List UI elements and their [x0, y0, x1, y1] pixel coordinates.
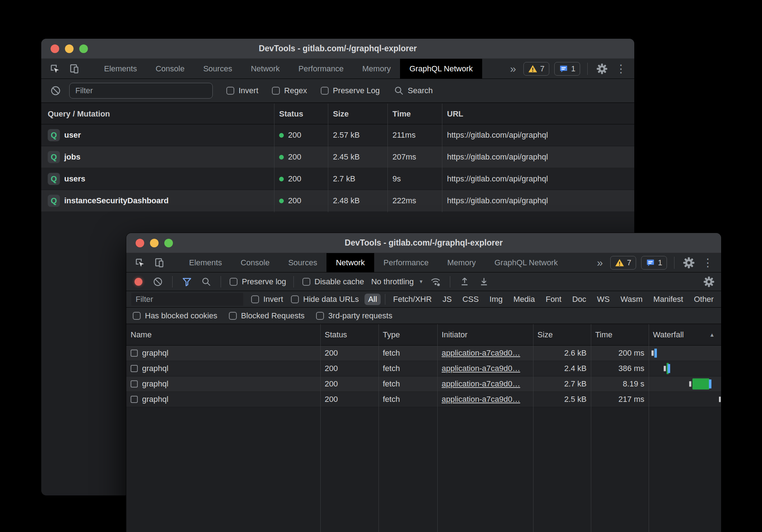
- table-row[interactable]: graphql 200 fetch application-a7ca9d0… 2…: [126, 361, 721, 376]
- messages-badge[interactable]: 1: [554, 62, 580, 76]
- blocked-requests-group[interactable]: Blocked Requests: [229, 311, 305, 320]
- device-toolbar-icon[interactable]: [152, 256, 166, 270]
- row-checkbox[interactable]: [131, 365, 138, 372]
- column-divider[interactable]: [649, 324, 649, 532]
- col-time[interactable]: Time: [387, 109, 442, 119]
- filter-chip-other[interactable]: Other: [690, 294, 717, 305]
- column-divider[interactable]: [387, 104, 388, 212]
- preserve-log-checkbox-group[interactable]: Preserve Log: [321, 86, 380, 95]
- filter-chip-doc[interactable]: Doc: [569, 294, 590, 305]
- preserve-log-checkbox[interactable]: [230, 278, 237, 286]
- preserve-log-checkbox-group[interactable]: Preserve log: [230, 277, 286, 286]
- col-status[interactable]: Status: [320, 330, 378, 339]
- messages-badge[interactable]: 1: [641, 256, 667, 270]
- tab-graphql-network[interactable]: GraphQL Network: [400, 59, 482, 79]
- column-divider[interactable]: [442, 104, 442, 212]
- column-divider[interactable]: [533, 324, 533, 532]
- table-row[interactable]: Quser 200 2.57 kB 211ms https://gitlab.c…: [41, 124, 634, 146]
- search-icon[interactable]: [199, 275, 213, 289]
- table-row[interactable]: Qusers 200 2.7 kB 9s https://gitlab.com/…: [41, 168, 634, 190]
- search-toggle[interactable]: Search: [394, 86, 433, 96]
- tab-performance[interactable]: Performance: [289, 59, 353, 79]
- tab-performance[interactable]: Performance: [374, 253, 438, 272]
- row-checkbox[interactable]: [131, 396, 138, 403]
- invert-checkbox-group[interactable]: Invert: [226, 86, 258, 95]
- filter-chip-media[interactable]: Media: [510, 294, 538, 305]
- zoom-button[interactable]: [79, 44, 88, 53]
- invert-checkbox[interactable]: [226, 87, 234, 95]
- table-row[interactable]: graphql 200 fetch application-a7ca9d0… 2…: [126, 376, 721, 392]
- titlebar[interactable]: DevTools - gitlab.com/-/graphql-explorer: [126, 233, 721, 253]
- tab-sources[interactable]: Sources: [194, 59, 241, 79]
- more-tabs-icon[interactable]: »: [508, 63, 518, 75]
- col-name[interactable]: Name: [126, 330, 320, 339]
- close-button[interactable]: [51, 44, 59, 53]
- preserve-log-checkbox[interactable]: [321, 87, 329, 95]
- tab-network[interactable]: Network: [241, 59, 289, 79]
- third-party-requests-group[interactable]: 3rd-party requests: [316, 311, 392, 320]
- more-tabs-icon[interactable]: »: [595, 257, 605, 269]
- column-divider[interactable]: [591, 324, 591, 532]
- initiator-link[interactable]: application-a7ca9d0…: [442, 379, 520, 389]
- device-toolbar-icon[interactable]: [67, 62, 81, 76]
- filter-chip-fetch-xhr[interactable]: Fetch/XHR: [390, 294, 436, 305]
- throttling-dropdown[interactable]: No throttling ▼: [371, 277, 424, 286]
- col-initiator[interactable]: Initiator: [437, 330, 533, 339]
- tab-memory[interactable]: Memory: [353, 59, 400, 79]
- invert-checkbox[interactable]: [251, 295, 259, 303]
- invert-checkbox-group[interactable]: Invert: [251, 295, 283, 304]
- warnings-badge[interactable]: 7: [610, 256, 636, 270]
- col-status[interactable]: Status: [274, 109, 328, 119]
- tab-graphql-network[interactable]: GraphQL Network: [485, 253, 567, 272]
- settings-gear-icon[interactable]: [682, 256, 696, 270]
- column-divider[interactable]: [437, 324, 438, 532]
- initiator-link[interactable]: application-a7ca9d0…: [442, 395, 520, 404]
- filter-funnel-icon[interactable]: [180, 275, 194, 289]
- minimize-button[interactable]: [150, 239, 159, 247]
- import-har-icon[interactable]: [457, 275, 472, 289]
- table-row[interactable]: graphql 200 fetch application-a7ca9d0… 2…: [126, 346, 721, 361]
- filter-chip-font[interactable]: Font: [542, 294, 565, 305]
- titlebar[interactable]: DevTools - gitlab.com/-/graphql-explorer: [41, 39, 634, 59]
- tab-elements[interactable]: Elements: [180, 253, 231, 272]
- regex-checkbox-group[interactable]: Regex: [272, 86, 307, 95]
- disable-cache-checkbox-group[interactable]: Disable cache: [302, 277, 364, 286]
- filter-chip-ws[interactable]: WS: [593, 294, 613, 305]
- filter-chip-img[interactable]: Img: [486, 294, 506, 305]
- blocked-requests-checkbox[interactable]: [229, 312, 237, 320]
- filter-chip-all[interactable]: All: [364, 294, 380, 305]
- network-conditions-icon[interactable]: [428, 275, 443, 289]
- hide-data-urls-checkbox-group[interactable]: Hide data URLs: [291, 295, 359, 304]
- tab-console[interactable]: Console: [146, 59, 194, 79]
- table-row[interactable]: graphql 200 fetch application-a7ca9d0… 2…: [126, 392, 721, 407]
- export-har-icon[interactable]: [477, 275, 491, 289]
- filter-chip-css[interactable]: CSS: [459, 294, 482, 305]
- zoom-button[interactable]: [164, 239, 173, 247]
- inspect-element-icon[interactable]: [48, 62, 62, 76]
- column-divider[interactable]: [274, 104, 274, 212]
- filter-chip-js[interactable]: JS: [439, 294, 455, 305]
- has-blocked-cookies-group[interactable]: Has blocked cookies: [133, 311, 217, 320]
- row-checkbox[interactable]: [131, 380, 138, 388]
- settings-gear-icon[interactable]: [595, 62, 609, 76]
- third-party-requests-checkbox[interactable]: [316, 312, 324, 320]
- col-url[interactable]: URL: [442, 109, 634, 119]
- more-options-icon[interactable]: ⋮: [701, 257, 715, 268]
- col-size[interactable]: Size: [328, 109, 387, 119]
- tab-elements[interactable]: Elements: [95, 59, 146, 79]
- filter-chip-wasm[interactable]: Wasm: [617, 294, 646, 305]
- column-divider[interactable]: [320, 324, 321, 532]
- col-type[interactable]: Type: [378, 330, 437, 339]
- more-options-icon[interactable]: ⋮: [614, 63, 628, 74]
- tab-network[interactable]: Network: [326, 253, 374, 272]
- network-settings-gear-icon[interactable]: [702, 275, 716, 289]
- network-filter-input[interactable]: [131, 293, 243, 306]
- minimize-button[interactable]: [65, 44, 74, 53]
- hide-data-urls-checkbox[interactable]: [291, 295, 299, 303]
- table-row[interactable]: QinstanceSecurityDashboard 200 2.48 kB 2…: [41, 190, 634, 212]
- regex-checkbox[interactable]: [272, 87, 280, 95]
- filter-input[interactable]: [69, 83, 213, 99]
- filter-chip-manifest[interactable]: Manifest: [650, 294, 687, 305]
- warnings-badge[interactable]: 7: [523, 62, 549, 76]
- tab-console[interactable]: Console: [231, 253, 279, 272]
